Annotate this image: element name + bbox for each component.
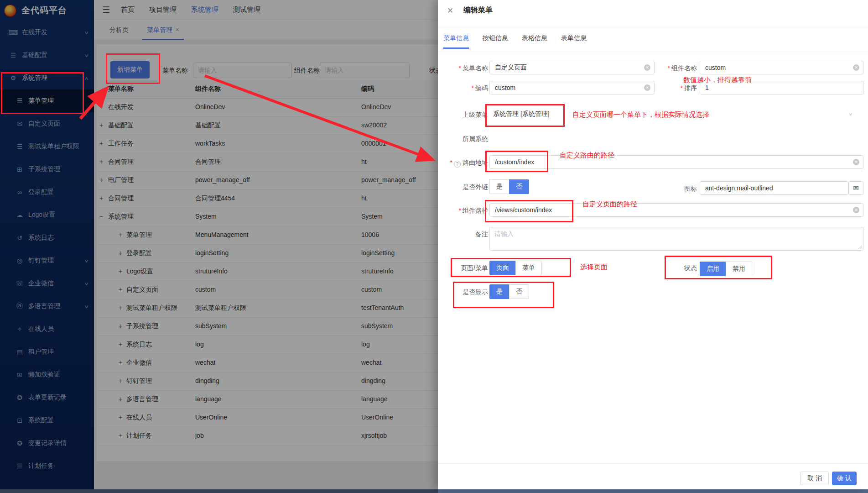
status-toggle: 启用禁用	[700, 262, 752, 276]
chevron-down-icon: ∨	[848, 111, 852, 116]
route-input[interactable]: /custom/index✕	[489, 155, 863, 169]
component-name-input[interactable]: custom✕	[700, 61, 863, 74]
component-path-input[interactable]: /views/custom/index✕	[489, 203, 863, 217]
page-menu-toggle: 页面菜单	[489, 261, 542, 275]
remark-label: 备注	[447, 231, 488, 239]
external-link-toggle: 是否	[489, 179, 529, 194]
visible-label: 是否显示	[447, 288, 488, 296]
drawer-footer-divider	[438, 463, 868, 464]
drawer-tab-button-info[interactable]: 按钮信息	[483, 34, 508, 49]
clear-icon[interactable]: ✕	[644, 64, 650, 71]
remark-textarea[interactable]	[489, 227, 863, 251]
drawer-tab-table-info[interactable]: 表格信息	[522, 34, 547, 49]
menu-name-label: *菜单名称	[447, 64, 488, 73]
visible-toggle-option[interactable]: 是	[489, 284, 509, 299]
external-link-label: 是否外链	[447, 183, 488, 191]
drawer-tab-menu-info[interactable]: 菜单信息	[443, 34, 469, 49]
clear-icon[interactable]: ✕	[853, 207, 859, 213]
icon-input[interactable]: ant-design:mail-outlined	[700, 181, 848, 195]
status-toggle-option[interactable]: 启用	[700, 262, 726, 276]
drawer-tabs: 菜单信息按钮信息表格信息表单信息	[443, 34, 600, 49]
route-label: *?路由地址	[439, 159, 488, 168]
sort-label: *排序	[656, 84, 697, 93]
edit-menu-drawer: ✕ 编辑菜单 菜单信息按钮信息表格信息表单信息 *菜单名称 自定义页面✕ *组件…	[438, 0, 868, 489]
menu-name-input[interactable]: 自定义页面✕	[489, 61, 655, 74]
confirm-button[interactable]: 确 认	[832, 472, 857, 485]
system-label: 所属系统	[447, 135, 488, 143]
clear-icon[interactable]: ✕	[853, 159, 859, 165]
page-menu-toggle-option[interactable]: 菜单	[515, 261, 542, 275]
code-label: *编码	[447, 84, 488, 93]
question-circle-icon: ?	[454, 161, 461, 168]
external-link-toggle-option[interactable]: 否	[509, 179, 529, 194]
icon-picker-button[interactable]: ✉	[848, 181, 863, 195]
app-root: ☰ 首页项目管理系统管理测试管理 分析页菜单管理✕ 新增菜单 菜单名称 组件名称…	[0, 0, 868, 493]
annotation-page-hint: 选择页面	[580, 263, 608, 272]
component-path-label: *组件路径	[444, 207, 488, 215]
status-label: 状态	[656, 264, 697, 273]
mail-icon: ✉	[853, 184, 859, 192]
external-link-toggle-option[interactable]: 是	[489, 179, 509, 194]
parent-menu-select[interactable]: 系统管理 [系统管理] ∨	[489, 104, 863, 124]
sort-input[interactable]: 1	[700, 81, 863, 94]
drawer-tabs-divider	[438, 52, 868, 52]
drawer-title: 编辑菜单	[463, 5, 493, 15]
icon-field-label: 图标	[656, 185, 697, 193]
status-toggle-option[interactable]: 禁用	[726, 262, 752, 276]
clear-icon[interactable]: ✕	[644, 84, 650, 91]
drawer-header-divider	[438, 27, 868, 27]
parent-menu-label: 上级菜单	[447, 111, 488, 119]
page-menu-label: 页面/菜单	[447, 264, 488, 273]
visible-toggle: 是否	[489, 284, 529, 299]
drawer-backdrop[interactable]	[0, 0, 438, 493]
cancel-button[interactable]: 取 消	[800, 472, 829, 485]
code-input[interactable]: custom✕	[489, 81, 655, 94]
page-menu-toggle-option[interactable]: 页面	[489, 261, 516, 275]
visible-toggle-option[interactable]: 否	[509, 284, 529, 299]
clear-icon[interactable]: ✕	[853, 64, 859, 71]
close-icon[interactable]: ✕	[447, 6, 453, 16]
component-name-label: *组件名称	[656, 64, 697, 73]
drawer-tab-form-info[interactable]: 表单信息	[561, 34, 587, 49]
